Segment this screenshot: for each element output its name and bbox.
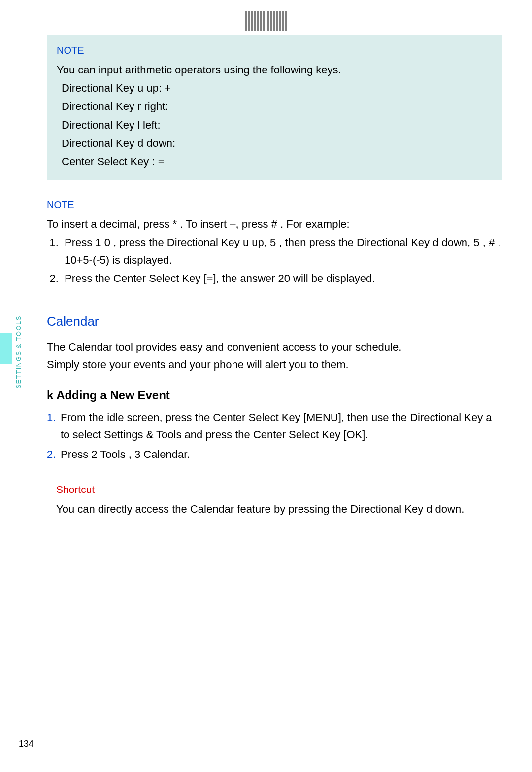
note-label: NOTE [47,197,502,212]
note-box-operators: NOTE You can input arithmetic operators … [47,35,502,180]
section-tab [0,333,12,364]
step-item: 2. Press 2 Tools , 3 Calendar. [47,446,502,463]
section-side-label: SETTINGS & TOOLS [14,316,24,389]
step-number: 1. [47,409,61,443]
list-item: Press the Center Select Key [=], the ans… [62,270,502,287]
key-line: Center Select Key : = [57,153,493,170]
note-intro: You can input arithmetic operators using… [57,61,493,78]
note-box-decimal: NOTE To insert a decimal, press * . To i… [47,189,502,297]
list-item: Press 1 0 , press the Directional Key u … [62,234,502,268]
step-text: From the idle screen, press the Center S… [61,409,502,443]
key-line: Directional Key r right: [57,98,493,115]
page-number: 134 [19,737,33,751]
note-intro: To insert a decimal, press * . To insert… [47,215,502,233]
note-label: NOTE [57,42,493,58]
section-heading-calendar: Calendar [47,312,502,334]
step-text: Press 2 Tools , 3 Calendar. [61,446,502,463]
shortcut-text: You can directly access the Calendar fea… [56,500,493,518]
calendar-paragraph: The Calendar tool provides easy and conv… [47,338,502,355]
step-item: 1. From the idle screen, press the Cente… [47,409,502,443]
subheading-add-event: k Adding a New Event [47,386,502,405]
shortcut-box: Shortcut You can directly access the Cal… [47,474,502,526]
example-steps: Press 1 0 , press the Directional Key u … [47,234,502,287]
steps-list: 1. From the idle screen, press the Cente… [47,409,502,463]
key-line: Directional Key u up: + [57,79,493,97]
calendar-paragraph: Simply store your events and your phone … [47,356,502,373]
step-number: 2. [47,446,61,463]
shortcut-label: Shortcut [56,481,493,498]
key-line: Directional Key d down: [57,135,493,152]
key-line: Directional Key l left: [57,116,493,134]
crop-marks [245,11,287,31]
